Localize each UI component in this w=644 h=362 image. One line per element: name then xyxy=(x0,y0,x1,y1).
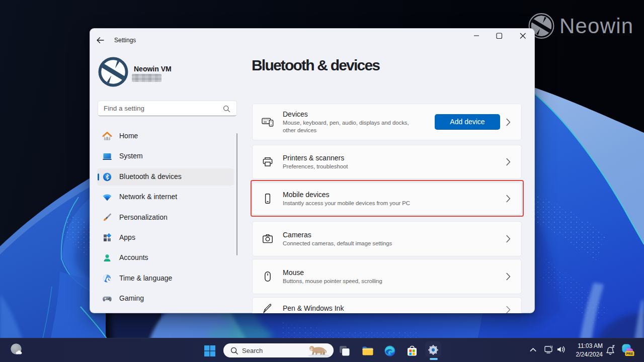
svg-text:PRE: PRE xyxy=(626,352,633,355)
